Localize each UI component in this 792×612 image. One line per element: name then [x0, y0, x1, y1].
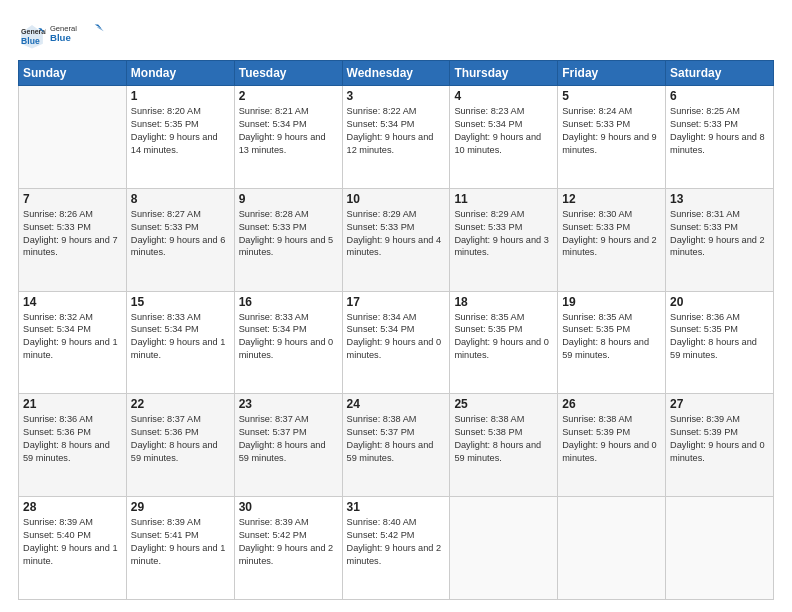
calendar-cell: 30Sunrise: 8:39 AMSunset: 5:42 PMDayligh… — [234, 497, 342, 600]
cell-info: Sunrise: 8:40 AMSunset: 5:42 PMDaylight:… — [347, 516, 446, 568]
calendar-cell: 3Sunrise: 8:22 AMSunset: 5:34 PMDaylight… — [342, 86, 450, 189]
day-number: 3 — [347, 89, 446, 103]
calendar-week-row: 21Sunrise: 8:36 AMSunset: 5:36 PMDayligh… — [19, 394, 774, 497]
cell-info: Sunrise: 8:20 AMSunset: 5:35 PMDaylight:… — [131, 105, 230, 157]
day-number: 1 — [131, 89, 230, 103]
calendar-cell: 1Sunrise: 8:20 AMSunset: 5:35 PMDaylight… — [126, 86, 234, 189]
logo: General Blue General Blue — [18, 18, 105, 54]
day-number: 9 — [239, 192, 338, 206]
calendar-cell: 29Sunrise: 8:39 AMSunset: 5:41 PMDayligh… — [126, 497, 234, 600]
calendar-cell: 16Sunrise: 8:33 AMSunset: 5:34 PMDayligh… — [234, 291, 342, 394]
calendar-cell: 18Sunrise: 8:35 AMSunset: 5:35 PMDayligh… — [450, 291, 558, 394]
day-number: 23 — [239, 397, 338, 411]
calendar-week-row: 28Sunrise: 8:39 AMSunset: 5:40 PMDayligh… — [19, 497, 774, 600]
calendar-cell: 4Sunrise: 8:23 AMSunset: 5:34 PMDaylight… — [450, 86, 558, 189]
cell-info: Sunrise: 8:35 AMSunset: 5:35 PMDaylight:… — [454, 311, 553, 363]
calendar-cell: 10Sunrise: 8:29 AMSunset: 5:33 PMDayligh… — [342, 188, 450, 291]
calendar-cell: 14Sunrise: 8:32 AMSunset: 5:34 PMDayligh… — [19, 291, 127, 394]
day-number: 22 — [131, 397, 230, 411]
cell-info: Sunrise: 8:36 AMSunset: 5:36 PMDaylight:… — [23, 413, 122, 465]
day-number: 15 — [131, 295, 230, 309]
calendar-cell: 11Sunrise: 8:29 AMSunset: 5:33 PMDayligh… — [450, 188, 558, 291]
weekday-header-saturday: Saturday — [666, 61, 774, 86]
weekday-header-thursday: Thursday — [450, 61, 558, 86]
calendar-cell: 28Sunrise: 8:39 AMSunset: 5:40 PMDayligh… — [19, 497, 127, 600]
calendar-cell: 15Sunrise: 8:33 AMSunset: 5:34 PMDayligh… — [126, 291, 234, 394]
calendar-cell: 6Sunrise: 8:25 AMSunset: 5:33 PMDaylight… — [666, 86, 774, 189]
day-number: 6 — [670, 89, 769, 103]
calendar-week-row: 14Sunrise: 8:32 AMSunset: 5:34 PMDayligh… — [19, 291, 774, 394]
calendar-cell: 8Sunrise: 8:27 AMSunset: 5:33 PMDaylight… — [126, 188, 234, 291]
day-number: 24 — [347, 397, 446, 411]
cell-info: Sunrise: 8:31 AMSunset: 5:33 PMDaylight:… — [670, 208, 769, 260]
calendar-cell — [450, 497, 558, 600]
cell-info: Sunrise: 8:38 AMSunset: 5:39 PMDaylight:… — [562, 413, 661, 465]
calendar-cell: 20Sunrise: 8:36 AMSunset: 5:35 PMDayligh… — [666, 291, 774, 394]
day-number: 5 — [562, 89, 661, 103]
day-number: 25 — [454, 397, 553, 411]
calendar-cell: 31Sunrise: 8:40 AMSunset: 5:42 PMDayligh… — [342, 497, 450, 600]
calendar-cell — [19, 86, 127, 189]
cell-info: Sunrise: 8:33 AMSunset: 5:34 PMDaylight:… — [239, 311, 338, 363]
logo-icon: General Blue — [18, 22, 46, 50]
cell-info: Sunrise: 8:32 AMSunset: 5:34 PMDaylight:… — [23, 311, 122, 363]
cell-info: Sunrise: 8:21 AMSunset: 5:34 PMDaylight:… — [239, 105, 338, 157]
day-number: 26 — [562, 397, 661, 411]
calendar-cell: 26Sunrise: 8:38 AMSunset: 5:39 PMDayligh… — [558, 394, 666, 497]
day-number: 16 — [239, 295, 338, 309]
calendar-cell: 5Sunrise: 8:24 AMSunset: 5:33 PMDaylight… — [558, 86, 666, 189]
calendar-cell: 21Sunrise: 8:36 AMSunset: 5:36 PMDayligh… — [19, 394, 127, 497]
cell-info: Sunrise: 8:23 AMSunset: 5:34 PMDaylight:… — [454, 105, 553, 157]
calendar-cell: 12Sunrise: 8:30 AMSunset: 5:33 PMDayligh… — [558, 188, 666, 291]
day-number: 27 — [670, 397, 769, 411]
day-number: 20 — [670, 295, 769, 309]
page: General Blue General Blue SundayMondayTu… — [0, 0, 792, 612]
weekday-header-sunday: Sunday — [19, 61, 127, 86]
cell-info: Sunrise: 8:39 AMSunset: 5:42 PMDaylight:… — [239, 516, 338, 568]
cell-info: Sunrise: 8:27 AMSunset: 5:33 PMDaylight:… — [131, 208, 230, 260]
day-number: 28 — [23, 500, 122, 514]
cell-info: Sunrise: 8:28 AMSunset: 5:33 PMDaylight:… — [239, 208, 338, 260]
cell-info: Sunrise: 8:38 AMSunset: 5:38 PMDaylight:… — [454, 413, 553, 465]
day-number: 2 — [239, 89, 338, 103]
day-number: 29 — [131, 500, 230, 514]
cell-info: Sunrise: 8:24 AMSunset: 5:33 PMDaylight:… — [562, 105, 661, 157]
day-number: 13 — [670, 192, 769, 206]
cell-info: Sunrise: 8:33 AMSunset: 5:34 PMDaylight:… — [131, 311, 230, 363]
cell-info: Sunrise: 8:36 AMSunset: 5:35 PMDaylight:… — [670, 311, 769, 363]
calendar-cell: 24Sunrise: 8:38 AMSunset: 5:37 PMDayligh… — [342, 394, 450, 497]
weekday-header-monday: Monday — [126, 61, 234, 86]
cell-info: Sunrise: 8:39 AMSunset: 5:40 PMDaylight:… — [23, 516, 122, 568]
cell-info: Sunrise: 8:38 AMSunset: 5:37 PMDaylight:… — [347, 413, 446, 465]
calendar-cell: 17Sunrise: 8:34 AMSunset: 5:34 PMDayligh… — [342, 291, 450, 394]
weekday-header-friday: Friday — [558, 61, 666, 86]
cell-info: Sunrise: 8:39 AMSunset: 5:41 PMDaylight:… — [131, 516, 230, 568]
calendar-cell: 27Sunrise: 8:39 AMSunset: 5:39 PMDayligh… — [666, 394, 774, 497]
day-number: 30 — [239, 500, 338, 514]
cell-info: Sunrise: 8:34 AMSunset: 5:34 PMDaylight:… — [347, 311, 446, 363]
calendar-cell: 13Sunrise: 8:31 AMSunset: 5:33 PMDayligh… — [666, 188, 774, 291]
day-number: 8 — [131, 192, 230, 206]
weekday-header-tuesday: Tuesday — [234, 61, 342, 86]
calendar-cell: 23Sunrise: 8:37 AMSunset: 5:37 PMDayligh… — [234, 394, 342, 497]
weekday-header-row: SundayMondayTuesdayWednesdayThursdayFrid… — [19, 61, 774, 86]
calendar-cell: 22Sunrise: 8:37 AMSunset: 5:36 PMDayligh… — [126, 394, 234, 497]
svg-text:General: General — [21, 28, 46, 35]
day-number: 10 — [347, 192, 446, 206]
calendar-table: SundayMondayTuesdayWednesdayThursdayFrid… — [18, 60, 774, 600]
cell-info: Sunrise: 8:22 AMSunset: 5:34 PMDaylight:… — [347, 105, 446, 157]
svg-text:Blue: Blue — [50, 32, 71, 43]
cell-info: Sunrise: 8:29 AMSunset: 5:33 PMDaylight:… — [454, 208, 553, 260]
day-number: 31 — [347, 500, 446, 514]
day-number: 17 — [347, 295, 446, 309]
logo-svg: General Blue — [50, 18, 105, 50]
calendar-cell: 7Sunrise: 8:26 AMSunset: 5:33 PMDaylight… — [19, 188, 127, 291]
svg-marker-7 — [97, 27, 104, 31]
cell-info: Sunrise: 8:37 AMSunset: 5:36 PMDaylight:… — [131, 413, 230, 465]
calendar-cell: 19Sunrise: 8:35 AMSunset: 5:35 PMDayligh… — [558, 291, 666, 394]
calendar-cell: 25Sunrise: 8:38 AMSunset: 5:38 PMDayligh… — [450, 394, 558, 497]
weekday-header-wednesday: Wednesday — [342, 61, 450, 86]
header: General Blue General Blue — [18, 18, 774, 54]
day-number: 14 — [23, 295, 122, 309]
cell-info: Sunrise: 8:30 AMSunset: 5:33 PMDaylight:… — [562, 208, 661, 260]
